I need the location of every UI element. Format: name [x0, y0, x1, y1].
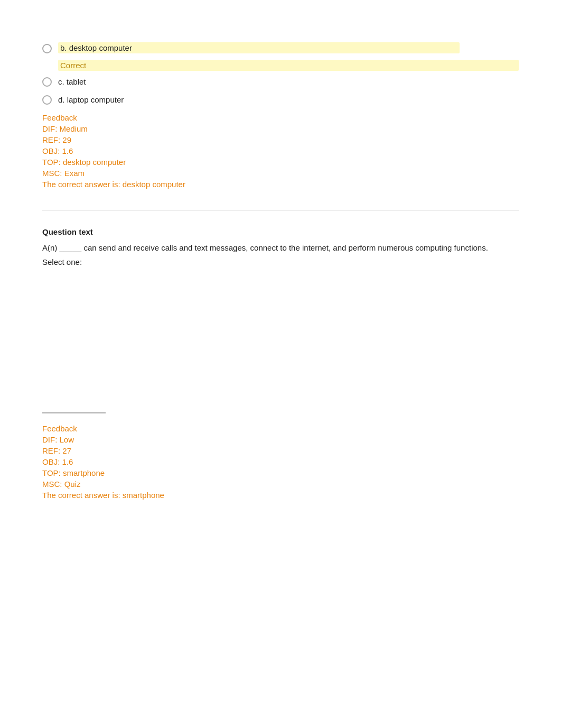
- answer-options-area-2: [42, 275, 519, 412]
- answer-option-c[interactable]: c. tablet: [42, 76, 519, 87]
- question-body: A(n) _____ can send and receive calls an…: [42, 242, 519, 254]
- answer-b-text: b. desktop computer: [58, 42, 460, 53]
- radio-b[interactable]: [42, 44, 52, 53]
- feedback-ref-2: REF: 27: [42, 446, 519, 455]
- answer-c-label: c. tablet: [58, 77, 86, 86]
- feedback-dif-2: DIF: Low: [42, 435, 519, 444]
- section-2: Question text A(n) _____ can send and re…: [42, 227, 519, 500]
- feedback-obj-1: OBJ: 1.6: [42, 146, 519, 155]
- section-divider: [42, 210, 519, 210]
- radio-c[interactable]: [42, 77, 52, 87]
- feedback-top-2: TOP: smartphone: [42, 468, 519, 477]
- correct-label: Correct: [60, 61, 86, 70]
- feedback-ref-1: REF: 29: [42, 135, 519, 144]
- select-one-label: Select one:: [42, 257, 519, 266]
- feedback-label-1: Feedback: [42, 113, 519, 122]
- radio-d[interactable]: [42, 95, 52, 105]
- answer-d-label: d. laptop computer: [58, 95, 124, 104]
- feedback-msc-2: MSC: Quiz: [42, 480, 519, 489]
- feedback-section-1: Feedback DIF: Medium REF: 29 OBJ: 1.6 TO…: [42, 113, 519, 189]
- feedback-correct-answer-1: The correct answer is: desktop computer: [42, 180, 519, 189]
- feedback-correct-answer-2: The correct answer is: smartphone: [42, 491, 519, 500]
- feedback-section-2: Feedback DIF: Low REF: 27 OBJ: 1.6 TOP: …: [42, 424, 519, 500]
- feedback-label-2: Feedback: [42, 424, 519, 433]
- feedback-top-1: TOP: desktop computer: [42, 158, 519, 167]
- question-text-label: Question text: [42, 227, 519, 236]
- answer-b-label: b. desktop computer: [60, 43, 132, 52]
- feedback-msc-1: MSC: Exam: [42, 169, 519, 178]
- answer-option-b[interactable]: b. desktop computer: [42, 42, 519, 53]
- feedback-dif-1: DIF: Medium: [42, 124, 519, 133]
- answer-option-d[interactable]: d. laptop computer: [42, 94, 519, 105]
- section-1: b. desktop computer Correct c. tablet d.…: [42, 42, 519, 189]
- feedback-obj-2: OBJ: 1.6: [42, 457, 519, 466]
- partial-divider-2: [42, 412, 106, 413]
